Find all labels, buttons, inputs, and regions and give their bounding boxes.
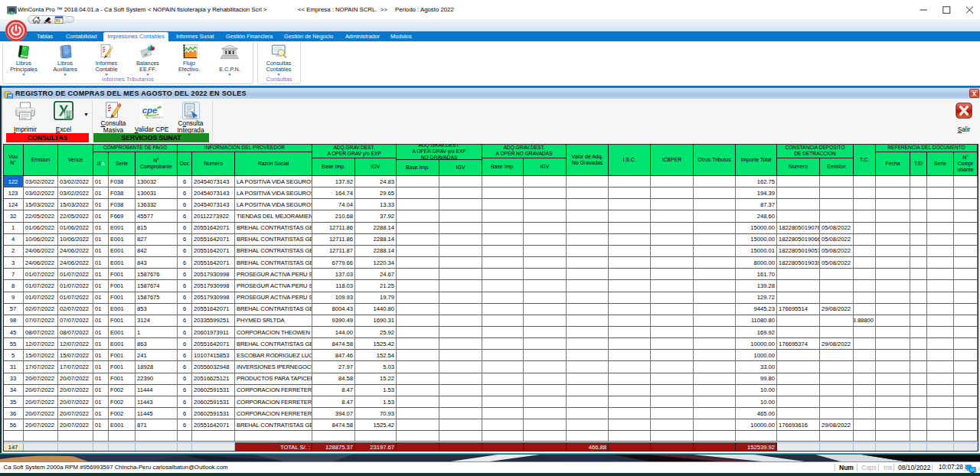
table-cell-icbper[interactable] xyxy=(651,385,694,396)
table-cell-base1[interactable]: 6779.66 xyxy=(312,257,355,269)
table-cell-razon[interactable]: PHYMED SRLTDA xyxy=(235,315,312,327)
menu-tab-informes-sunat[interactable]: Informes Sunat xyxy=(176,31,214,41)
toolbar-button-excel[interactable]: Excel xyxy=(41,101,87,133)
table-cell-igv1[interactable]: 1525.42 xyxy=(355,338,397,350)
table-cell-detnum[interactable]: 176693616 xyxy=(777,419,820,431)
table-cell-isc[interactable] xyxy=(609,257,651,269)
table-cell-numero[interactable]: 20551642071 xyxy=(192,234,235,246)
table-cell-isc[interactable] xyxy=(609,234,651,246)
table-cell-ra[interactable]: 01 xyxy=(93,396,109,408)
table-cell-valor[interactable] xyxy=(567,361,609,373)
table-cell-numero[interactable]: 20556032948 xyxy=(192,361,235,373)
table-cell-fecha[interactable] xyxy=(876,338,910,350)
table-cell-td[interactable] xyxy=(910,327,927,338)
table-cell-isc[interactable] xyxy=(609,385,651,396)
table-cell-ra[interactable]: 01 xyxy=(93,292,109,304)
table-cell-isc[interactable] xyxy=(609,408,651,419)
table-cell-detemi[interactable] xyxy=(820,350,854,361)
table-cell-vence[interactable]: 20/07/2022 xyxy=(58,408,93,419)
table-cell-igv1[interactable]: 1440.80 xyxy=(355,304,397,315)
table-cell-otros[interactable] xyxy=(694,327,736,338)
table-cell-emision[interactable]: 10/06/2022 xyxy=(24,234,58,246)
menu-tab-administrador[interactable]: Administrador xyxy=(345,31,380,41)
table-cell-serieref[interactable] xyxy=(927,223,954,234)
table-cell-ncomp[interactable]: 130032 xyxy=(136,176,178,187)
table-cell-serie[interactable]: E001 xyxy=(109,234,136,246)
table-cell-td[interactable] xyxy=(910,361,927,373)
table-cell-vou[interactable]: 7 xyxy=(3,269,24,280)
table-cell-icbper[interactable] xyxy=(651,176,694,187)
table-cell-otros[interactable] xyxy=(694,187,736,199)
table-cell-base1[interactable]: 394.07 xyxy=(312,408,355,419)
table-cell-ncomp[interactable]: 843 xyxy=(136,257,178,269)
table-cell-fecha[interactable] xyxy=(876,396,910,408)
table-cell-serie[interactable]: F002 xyxy=(109,396,136,408)
table-cell-ra[interactable]: 01 xyxy=(93,280,109,292)
table-cell-base2[interactable] xyxy=(397,304,439,315)
table-cell-base2[interactable] xyxy=(397,315,439,327)
table-cell-igv2[interactable] xyxy=(439,176,482,187)
table-cell-detemi[interactable] xyxy=(820,269,854,280)
table-cell-tc[interactable] xyxy=(854,408,876,419)
table-cell-icbper[interactable] xyxy=(651,419,694,431)
table-cell-otros[interactable] xyxy=(694,176,736,187)
table-cell-total[interactable]: 161.70 xyxy=(736,269,777,280)
table-cell-total[interactable]: 10.00 xyxy=(736,396,777,408)
table-cell-tc[interactable] xyxy=(854,269,876,280)
table-cell-fecha[interactable] xyxy=(876,176,910,187)
table-cell-vou[interactable]: 56 xyxy=(3,419,24,431)
table-cell-serie[interactable]: F001 xyxy=(109,315,136,327)
table-cell-vence[interactable]: 01/07/2022 xyxy=(58,280,93,292)
table-cell-detnum[interactable]: 176695374 xyxy=(777,338,820,350)
table-cell-otros[interactable] xyxy=(694,234,736,246)
excel-dropdown-arrow[interactable]: ▼ xyxy=(83,112,89,117)
table-cell-igv1[interactable]: 2288.14 xyxy=(355,223,397,234)
table-cell-doc[interactable]: 6 xyxy=(178,176,192,187)
table-cell-ra[interactable]: 01 xyxy=(93,246,109,257)
table-cell-emision[interactable]: 15/03/2022 xyxy=(24,199,58,210)
table-cell-igv2[interactable] xyxy=(439,315,482,327)
table-cell-base3[interactable] xyxy=(482,408,524,419)
table-cell-igv2[interactable] xyxy=(439,210,482,222)
table-cell-base3[interactable] xyxy=(482,304,524,315)
maximize-button[interactable] xyxy=(933,0,959,20)
table-cell-fecha[interactable] xyxy=(876,292,910,304)
table-cell-isc[interactable] xyxy=(609,176,651,187)
table-cell-vence[interactable]: 20/07/2022 xyxy=(58,396,93,408)
table-cell-igv1[interactable]: 1220.34 xyxy=(355,257,397,269)
table-cell-vence[interactable]: 15/03/2022 xyxy=(58,199,93,210)
table-cell-serieref[interactable] xyxy=(927,350,954,361)
table-cell-emision[interactable]: 02/07/2022 xyxy=(24,304,58,315)
table-cell-numero[interactable]: 20335599251 xyxy=(192,315,235,327)
table-cell-icbper[interactable] xyxy=(651,292,694,304)
table-cell-tc[interactable] xyxy=(854,292,876,304)
table-cell-vence[interactable]: 03/02/2022 xyxy=(58,176,93,187)
table-cell-ncomp[interactable]: 1587674 xyxy=(136,280,178,292)
ribbon-button-consultas-contables[interactable]: ConsultasContables▼ xyxy=(258,43,299,76)
table-cell-total[interactable]: 87.37 xyxy=(736,199,777,210)
table-cell-valor[interactable] xyxy=(567,269,609,280)
table-cell-serieref[interactable] xyxy=(927,257,954,269)
table-cell-detnum[interactable] xyxy=(777,408,820,419)
table-cell-valor[interactable] xyxy=(567,315,609,327)
table-cell-ncompref[interactable] xyxy=(954,373,978,385)
table-cell-serie[interactable]: F001 xyxy=(109,350,136,361)
table-cell-isc[interactable] xyxy=(609,280,651,292)
table-cell-tc[interactable] xyxy=(854,373,876,385)
table-cell-otros[interactable] xyxy=(694,246,736,257)
table-cell-total[interactable]: 9445.23 xyxy=(736,304,777,315)
table-cell-detemi[interactable] xyxy=(820,199,854,210)
table-cell-isc[interactable] xyxy=(609,199,651,210)
table-cell-valor[interactable] xyxy=(567,396,609,408)
table-cell-base1[interactable]: 8004.43 xyxy=(312,304,355,315)
table-cell-razon[interactable]: LA POSITIVA VIDA SEGUROS xyxy=(235,187,312,199)
table-cell-td[interactable] xyxy=(910,176,927,187)
table-cell-igv2[interactable] xyxy=(439,257,482,269)
table-cell-emision[interactable]: 07/07/2022 xyxy=(24,315,58,327)
table-cell-serieref[interactable] xyxy=(927,385,954,396)
ribbon-button-balances-eeff[interactable]: okBalancesEE.FF.▼ xyxy=(127,43,168,76)
table-cell-fecha[interactable] xyxy=(876,408,910,419)
table-cell-base1[interactable]: 74.04 xyxy=(312,199,355,210)
table-cell-igv2[interactable] xyxy=(439,350,482,361)
table-cell-numero[interactable]: 20551642071 xyxy=(192,304,235,315)
